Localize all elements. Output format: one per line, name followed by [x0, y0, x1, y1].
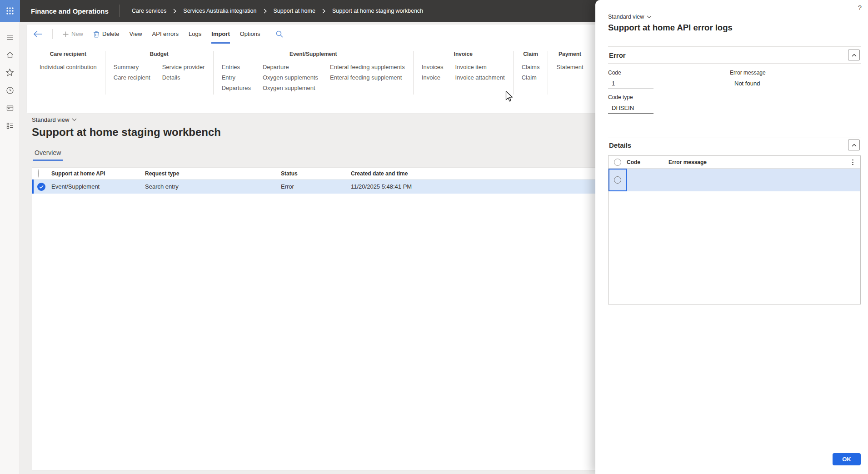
left-nav-sidebar [0, 0, 20, 474]
ribbon-group-care-recipient: Care recipient Individual contribution [31, 51, 105, 95]
more-options-icon[interactable] [845, 156, 860, 169]
breadcrumb-item-care-services[interactable]: Care services [132, 8, 166, 14]
chevron-right-icon [173, 9, 177, 14]
details-column-header-error-message[interactable]: Error message [668, 159, 845, 165]
ribbon-item-departure[interactable]: Departure [263, 62, 318, 72]
ribbon-item-invoices[interactable]: Invoices [422, 62, 444, 72]
details-grid-header-row: Code Error message [609, 156, 860, 169]
details-grid: Code Error message [608, 155, 861, 304]
ribbon-item-invoice-item[interactable]: Invoice item [455, 62, 505, 72]
recent-button[interactable] [0, 81, 20, 99]
error-section-title: Error [609, 51, 626, 59]
ribbon-item-oxygen-supplements[interactable]: Oxygen supplements [263, 72, 318, 83]
modules-button[interactable] [0, 117, 20, 135]
breadcrumb: Care services Services Australia integra… [120, 8, 423, 14]
collapse-error-section-button[interactable] [848, 50, 860, 60]
code-field-input[interactable]: 1 [608, 80, 653, 89]
panel-title: Support at home API error logs [608, 23, 861, 33]
new-button[interactable]: New [63, 25, 83, 44]
ok-button[interactable]: OK [833, 453, 861, 465]
code-type-field-input[interactable]: DHSEIN [608, 105, 653, 114]
delete-button[interactable]: Delete [93, 25, 120, 44]
modules-list-icon [6, 122, 14, 130]
column-header-support-at-home-api[interactable]: Support at home API [51, 170, 145, 177]
panel-view-selector-label: Standard view [608, 14, 644, 20]
error-message-field: Error message Not found [730, 70, 861, 88]
group-title: Payment [556, 51, 583, 57]
ribbon-item-departures[interactable]: Departures [222, 83, 251, 93]
home-button[interactable] [0, 46, 20, 64]
logs-button[interactable]: Logs [189, 25, 201, 44]
panel-view-selector[interactable]: Standard view [608, 14, 861, 20]
expand-menu-button[interactable] [0, 28, 20, 46]
details-select-all-checkbox[interactable] [614, 159, 621, 166]
view-selector[interactable]: Standard view [32, 116, 221, 123]
ribbon-item-claim[interactable]: Claim [522, 72, 540, 83]
ribbon-item-statement[interactable]: Statement [556, 62, 583, 72]
tab-overview[interactable]: Overview [33, 149, 63, 161]
ribbon-item-care-recipient[interactable]: Care recipient [114, 72, 150, 83]
error-section-header: Error [608, 46, 861, 64]
ribbon-item-invoice[interactable]: Invoice [422, 72, 444, 83]
workspaces-button[interactable] [0, 99, 20, 117]
view-button[interactable]: View [130, 25, 142, 44]
ribbon-item-enteral-feeding-supplement[interactable]: Enteral feeding supplement [330, 72, 405, 83]
plus-icon [63, 31, 69, 37]
app-launcher-button[interactable] [0, 0, 20, 22]
delete-button-label: Delete [102, 25, 120, 44]
new-button-label: New [71, 25, 83, 44]
row-selected-checkbox[interactable] [37, 183, 45, 191]
ribbon-item-entries[interactable]: Entries [222, 62, 251, 72]
details-row-checkbox[interactable] [614, 176, 621, 184]
error-logs-flyout-panel: ? Standard view Support at home API erro… [595, 0, 868, 474]
ribbon-item-invoice-attachment[interactable]: Invoice attachment [455, 72, 505, 83]
column-header-request-type[interactable]: Request type [145, 170, 281, 177]
home-icon [6, 51, 14, 59]
error-message-field-input[interactable]: Not found [730, 80, 861, 88]
ribbon-item-entry[interactable]: Entry [222, 72, 251, 83]
select-all-checkbox[interactable] [38, 169, 39, 178]
apps-grid-icon [6, 7, 14, 15]
empty-field-underline[interactable] [713, 122, 797, 122]
details-table-row[interactable] [609, 169, 860, 191]
view-selector-label: Standard view [32, 116, 69, 123]
app-title[interactable]: Finance and Operations [20, 7, 120, 15]
ribbon-item-enteral-feeding-supplements[interactable]: Enteral feeding supplements [330, 62, 405, 72]
ribbon-item-summary[interactable]: Summary [114, 62, 150, 72]
code-field: Code 1 [608, 70, 730, 89]
api-errors-button[interactable]: API errors [152, 25, 179, 44]
tab-import[interactable]: Import [211, 25, 229, 44]
ribbon-item-details[interactable]: Details [162, 72, 205, 83]
breadcrumb-item-services-australia[interactable]: Services Australia integration [183, 8, 256, 14]
breadcrumb-item-staging-workbench[interactable]: Support at home staging workbench [332, 8, 423, 14]
ribbon-item-oxygen-supplement[interactable]: Oxygen supplement [263, 83, 318, 93]
back-button[interactable] [33, 30, 42, 38]
chevron-up-icon [852, 144, 857, 147]
breadcrumb-item-support-at-home[interactable]: Support at home [274, 8, 315, 14]
details-column-header-code[interactable]: Code [627, 159, 668, 165]
page-tabs: Overview [32, 149, 221, 161]
cell-support-at-home-api: Event/Supplement [51, 183, 145, 190]
error-fields-right-column: Error message Not found [730, 70, 861, 138]
details-section-title: Details [609, 141, 631, 149]
ribbon-group-event-supplement: Event/Supplement Entries Entry Departure… [214, 51, 414, 95]
page-title: Support at home staging workbench [32, 126, 221, 139]
group-title: Care recipient [40, 51, 97, 57]
search-button[interactable] [276, 30, 283, 38]
group-title: Event/Supplement [222, 51, 405, 57]
ribbon-item-service-provider[interactable]: Service provider [162, 62, 205, 72]
help-button[interactable]: ? [858, 4, 862, 11]
ribbon-item-claims[interactable]: Claims [522, 62, 540, 72]
code-type-field: Code type DHSEIN [608, 94, 730, 114]
favorites-button[interactable] [0, 64, 20, 81]
ribbon-item-individual-contribution[interactable]: Individual contribution [40, 62, 97, 72]
code-field-label: Code [608, 70, 730, 76]
search-icon [276, 30, 283, 38]
star-icon [5, 68, 14, 77]
toolbar-divider [52, 29, 53, 39]
group-title: Invoice [422, 51, 505, 57]
details-row-checkbox-cell[interactable] [609, 169, 627, 191]
tab-options[interactable]: Options [240, 25, 260, 44]
collapse-details-section-button[interactable] [848, 140, 860, 150]
column-header-status[interactable]: Status [281, 170, 351, 177]
